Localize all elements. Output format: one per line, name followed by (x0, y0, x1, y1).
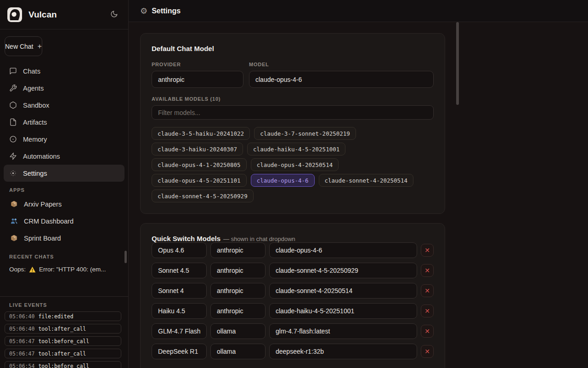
sidebar-nav: Chats Agents Sandbox Artifacts Memory (0, 63, 128, 182)
x-icon: ✕ (424, 348, 430, 355)
quick-switch-row: ✕ (152, 263, 434, 278)
sidebar-item-automations[interactable]: Automations (4, 148, 124, 165)
row-name-input[interactable] (152, 263, 207, 278)
sidebar-item-label: Settings (23, 170, 47, 177)
sidebar-item-settings[interactable]: Settings (4, 165, 124, 182)
row-provider-input[interactable] (210, 303, 266, 319)
recent-chat-item-clipped[interactable]: ... (9, 293, 123, 296)
recent-chats-section-label: RECENT CHATS (0, 254, 128, 259)
sidebar: Vulcan New Chat + Chats Agents Sa (0, 0, 129, 368)
x-icon: ✕ (424, 247, 430, 253)
sidebar-item-chats[interactable]: Chats (4, 63, 124, 80)
row-name-input[interactable] (152, 242, 207, 258)
main-scrollbar[interactable] (456, 22, 459, 105)
circle-dot-icon (9, 135, 17, 144)
sidebar-item-label: Chats (23, 68, 40, 75)
event-time: 05:06:47 (9, 338, 34, 345)
recent-chat-item[interactable]: Oops: Error: "HTTP 400: (em... (0, 266, 128, 273)
row-name-input[interactable] (152, 323, 207, 339)
x-icon: ✕ (424, 267, 430, 274)
sidebar-item-label: Automations (23, 153, 60, 160)
warning-icon (29, 266, 36, 273)
event-name: tool:after_call (38, 326, 86, 332)
card-title: Default Chat Model (152, 45, 434, 52)
new-chat-button[interactable]: New Chat + (5, 36, 42, 56)
model-chip[interactable]: claude-opus-4-5-20251101 (152, 174, 247, 187)
message-square-icon (9, 67, 17, 75)
row-model-input[interactable] (269, 242, 417, 258)
package-icon (10, 234, 18, 242)
quick-switch-row: ✕ (152, 283, 434, 299)
row-name-input[interactable] (152, 303, 207, 319)
model-chip[interactable]: claude-3-haiku-20240307 (152, 143, 243, 155)
row-model-input[interactable] (269, 303, 417, 319)
delete-row-button[interactable]: ✕ (421, 264, 434, 277)
live-events-panel: LIVE EVENTS 05:06:40 file:edited 05:06:4… (0, 296, 128, 368)
dotted-gear-icon (9, 169, 17, 178)
row-model-input[interactable] (269, 344, 417, 359)
app-item-label: CRM Dashboard (24, 218, 74, 225)
row-provider-input[interactable] (210, 242, 266, 258)
sidebar-item-sandbox[interactable]: Sandbox (4, 97, 124, 114)
delete-row-button[interactable]: ✕ (421, 345, 434, 358)
sidebar-item-memory[interactable]: Memory (4, 131, 124, 148)
delete-row-button[interactable]: ✕ (421, 284, 434, 297)
zap-icon (9, 152, 17, 161)
row-name-input[interactable] (152, 344, 207, 359)
sidebar-header: Vulcan (0, 0, 128, 29)
app-item-crm-dashboard[interactable]: CRM Dashboard (0, 213, 128, 230)
sidebar-item-artifacts[interactable]: Artifacts (4, 114, 124, 131)
app-title: Vulcan (28, 10, 101, 20)
card-title: Quick Switch Models— shown in chat dropd… (152, 235, 434, 242)
quick-switch-row: ✕ (152, 303, 434, 319)
hexagon-icon (9, 101, 17, 109)
event-name: tool:after_call (38, 351, 86, 357)
model-chip[interactable]: claude-3-7-sonnet-20250219 (254, 127, 356, 140)
quick-switch-models-card: Quick Switch Models— shown in chat dropd… (140, 223, 445, 368)
app-item-sprint-board[interactable]: Sprint Board (0, 230, 128, 247)
filter-models-input[interactable] (152, 105, 434, 120)
model-chip-selected[interactable]: claude-opus-4-6 (251, 174, 315, 187)
model-chip[interactable]: claude-haiku-4-5-20251001 (247, 143, 345, 155)
row-provider-input[interactable] (210, 283, 266, 299)
live-event-row: 05:06:47 tool:before_call (5, 336, 121, 346)
model-chip[interactable]: claude-opus-4-1-20250805 (152, 158, 247, 171)
model-chip[interactable]: claude-3-5-haiku-20241022 (152, 127, 250, 140)
plus-icon: + (37, 42, 41, 51)
theme-toggle-button[interactable] (107, 8, 121, 22)
row-model-input[interactable] (269, 263, 417, 278)
row-model-input[interactable] (269, 283, 417, 299)
live-events-label: LIVE EVENTS (0, 302, 128, 308)
app-item-arxiv-papers[interactable]: Arxiv Papers (0, 196, 128, 213)
model-chip[interactable]: claude-sonnet-4-20250514 (319, 174, 414, 187)
delete-row-button[interactable]: ✕ (421, 244, 434, 257)
live-event-row: 05:06:47 tool:after_call (5, 349, 121, 358)
event-time: 05:06:40 (9, 326, 34, 332)
delete-row-button[interactable]: ✕ (421, 305, 434, 317)
row-model-input[interactable] (269, 323, 417, 339)
sidebar-scrollbar[interactable] (124, 251, 127, 263)
live-event-row: 05:06:54 tool:before_call (5, 361, 121, 368)
sidebar-item-agents[interactable]: Agents (4, 80, 124, 97)
default-chat-model-card: Default Chat Model PROVIDER MODEL AVAILA… (140, 33, 445, 214)
quick-switch-subtitle: — shown in chat dropdown (223, 236, 295, 242)
model-chip[interactable]: claude-sonnet-4-5-20250929 (152, 190, 254, 202)
page-title: Settings (152, 7, 181, 15)
quick-switch-title: Quick Switch Models (152, 235, 220, 242)
row-provider-input[interactable] (210, 344, 266, 359)
app-item-label: Sprint Board (24, 235, 61, 242)
delete-row-button[interactable]: ✕ (421, 325, 434, 338)
row-provider-input[interactable] (210, 323, 266, 339)
provider-input[interactable] (152, 71, 243, 88)
event-name: tool:before_call (38, 363, 89, 368)
app-logo (7, 7, 22, 22)
model-input[interactable] (249, 71, 434, 88)
recent-chat-text: Error: "HTTP 400: (em... (39, 266, 106, 273)
x-icon: ✕ (424, 308, 430, 314)
row-name-input[interactable] (152, 283, 207, 299)
recent-chat-text-prefix: Oops: (9, 266, 26, 273)
sidebar-item-label: Artifacts (23, 119, 47, 126)
model-chip[interactable]: claude-opus-4-20250514 (251, 158, 339, 171)
quick-switch-row: ✕ (152, 242, 434, 258)
row-provider-input[interactable] (210, 263, 266, 278)
